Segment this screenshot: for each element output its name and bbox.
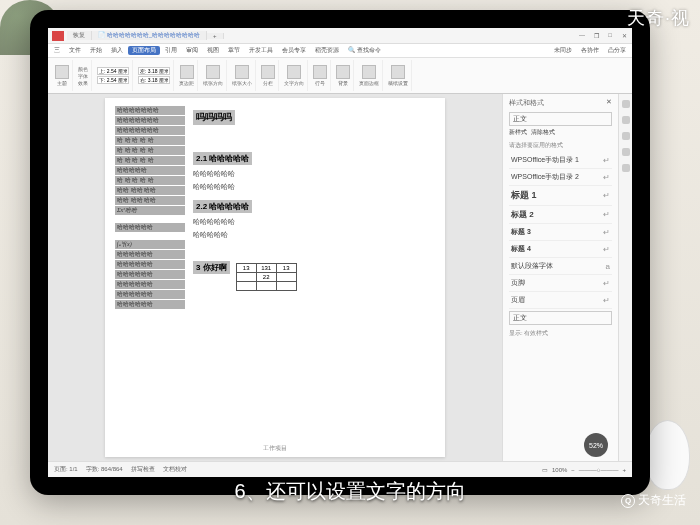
- menu-page-layout[interactable]: 页面布局: [128, 46, 160, 55]
- floating-zoom-badge[interactable]: 52%: [584, 433, 608, 457]
- menu-collab[interactable]: 各协作: [577, 46, 603, 55]
- desk-mouse: [645, 420, 690, 490]
- menu-file[interactable]: 文件: [65, 46, 85, 55]
- ribbon-direction[interactable]: 文字方向: [281, 60, 308, 91]
- rail-select-icon[interactable]: [622, 116, 630, 124]
- monitor-frame: 恢复 📄 哈哈哈哈哈哈哈_哈哈哈哈哈哈哈哈 + — ❐ □ ✕ 三 文件 开始 …: [30, 10, 650, 495]
- style-item[interactable]: 标题 1↵: [509, 186, 612, 206]
- panel-close-button[interactable]: ✕: [606, 98, 612, 108]
- ribbon-fonts[interactable]: 字体: [78, 73, 88, 79]
- rail-backup-icon[interactable]: [622, 164, 630, 172]
- screen: 恢复 📄 哈哈哈哈哈哈哈_哈哈哈哈哈哈哈哈 + — ❐ □ ✕ 三 文件 开始 …: [48, 28, 632, 477]
- page-area[interactable]: 哈哈哈哈哈哈哈 哈哈哈哈哈哈哈 哈哈哈哈哈哈哈 哈 哈 哈 哈 哈 哈 哈 哈 …: [48, 94, 502, 461]
- doc-heading-3: 3 你好啊: [193, 261, 230, 274]
- rail-props-icon[interactable]: [622, 148, 630, 156]
- style-item[interactable]: WPSOffice手动目录 2↵: [509, 169, 612, 186]
- clear-format-button[interactable]: 清除格式: [531, 128, 555, 137]
- apply-icon: ↵: [603, 156, 610, 165]
- margin-left-input[interactable]: [138, 67, 170, 75]
- doc-left-column: 哈哈哈哈哈哈哈 哈哈哈哈哈哈哈 哈哈哈哈哈哈哈 哈 哈 哈 哈 哈 哈 哈 哈 …: [115, 106, 185, 453]
- zoom-slider[interactable]: ———○———: [579, 467, 619, 473]
- rail-nav-icon[interactable]: [622, 132, 630, 140]
- menu-share[interactable]: 凸分享: [604, 46, 630, 55]
- style-body-dropdown[interactable]: 正文: [509, 311, 612, 325]
- style-item[interactable]: 标题 2↵: [509, 206, 612, 224]
- ribbon-border[interactable]: 页面边框: [356, 60, 383, 91]
- menu-member[interactable]: 会员专享: [278, 46, 310, 55]
- ribbon-margins[interactable]: 页边距: [176, 60, 198, 91]
- ribbon-theme[interactable]: 主题: [52, 60, 73, 91]
- style-item[interactable]: 标题 4↵: [509, 241, 612, 258]
- style-item[interactable]: WPSOffice手动目录 1↵: [509, 152, 612, 169]
- style-item[interactable]: 默认段落字体a: [509, 258, 612, 275]
- margins-icon: [180, 65, 194, 79]
- win-max-button[interactable]: □: [606, 32, 614, 39]
- ribbon-watermark[interactable]: 稿纸设置: [385, 60, 412, 91]
- menu-review[interactable]: 审阅: [182, 46, 202, 55]
- ribbon-orientation[interactable]: 纸张方向: [200, 60, 227, 91]
- margin-right-input[interactable]: [138, 76, 170, 84]
- style-item[interactable]: 标题 3↵: [509, 224, 612, 241]
- style-item[interactable]: 页脚↵: [509, 275, 612, 292]
- style-item[interactable]: 页眉↵: [509, 292, 612, 309]
- win-min-button[interactable]: —: [578, 32, 586, 39]
- document-page: 哈哈哈哈哈哈哈 哈哈哈哈哈哈哈 哈哈哈哈哈哈哈 哈 哈 哈 哈 哈 哈 哈 哈 …: [105, 98, 445, 457]
- menu-hamburger[interactable]: 三: [50, 46, 64, 55]
- menu-resources[interactable]: 稻壳资源: [311, 46, 343, 55]
- status-words[interactable]: 字数: 864/864: [86, 465, 123, 474]
- new-style-button[interactable]: 新样式: [509, 128, 527, 137]
- ribbon-columns[interactable]: 分栏: [258, 60, 279, 91]
- ribbon: 主题 颜色字体效果 页边距 纸张方向 纸张大小 分栏 文字方向 行号 背景 页面…: [48, 58, 632, 94]
- watermark-bottom: Q 天奇生活: [621, 492, 686, 509]
- statusbar: 页面: 1/1 字数: 864/864 拼写检查 文档校对 ▭ 100% − —…: [48, 461, 632, 477]
- tab-recovery[interactable]: 恢复: [67, 31, 92, 40]
- bg-icon: [336, 65, 350, 79]
- orientation-icon: [206, 65, 220, 79]
- border-icon: [362, 65, 376, 79]
- menu-chapter[interactable]: 章节: [224, 46, 244, 55]
- watermark-icon: [391, 65, 405, 79]
- doc-heading-0: 吗吗吗吗: [193, 110, 235, 125]
- columns-icon: [261, 65, 275, 79]
- ribbon-linenum[interactable]: 行号: [310, 60, 331, 91]
- zoom-in-button[interactable]: +: [622, 467, 626, 473]
- ribbon-colors[interactable]: 颜色: [78, 66, 88, 72]
- direction-icon: [287, 65, 301, 79]
- wps-logo-icon: [52, 31, 64, 41]
- menu-sync[interactable]: 未同步: [550, 46, 576, 55]
- theme-icon: [55, 65, 69, 79]
- menu-view[interactable]: 视图: [203, 46, 223, 55]
- menu-start[interactable]: 开始: [86, 46, 106, 55]
- current-style-dropdown[interactable]: 正文: [509, 112, 612, 126]
- tab-document[interactable]: 📄 哈哈哈哈哈哈哈_哈哈哈哈哈哈哈哈: [92, 31, 207, 40]
- formula-line: ∫ₐᵇf(x): [115, 240, 185, 249]
- tutorial-caption: 6、还可以设置文字的方向: [234, 478, 465, 505]
- rail-styles-icon[interactable]: [622, 100, 630, 108]
- menu-devtools[interactable]: 开发工具: [245, 46, 277, 55]
- margin-bottom-input[interactable]: [97, 76, 129, 84]
- zoom-value[interactable]: 100%: [552, 467, 567, 473]
- status-sync[interactable]: 文档校对: [163, 465, 187, 474]
- ribbon-size[interactable]: 纸张大小: [229, 60, 256, 91]
- zoom-out-button[interactable]: −: [571, 467, 575, 473]
- doc-footer: 工作项目: [263, 444, 287, 453]
- win-restore-button[interactable]: ❐: [592, 32, 600, 39]
- placeholder-line: 哈哈哈哈哈哈哈: [115, 106, 185, 115]
- right-rail: [618, 94, 632, 461]
- margin-top-input[interactable]: [97, 67, 129, 75]
- watermark-logo-icon: Q: [621, 494, 635, 508]
- status-spell[interactable]: 拼写检查: [131, 465, 155, 474]
- menu-insert[interactable]: 插入: [107, 46, 127, 55]
- ribbon-effects[interactable]: 效果: [78, 80, 88, 86]
- status-page[interactable]: 页面: 1/1: [54, 465, 78, 474]
- doc-right-column: 吗吗吗吗 2.1 哈哈哈哈哈 哈哈哈哈哈哈 哈哈哈哈哈哈 2.2 哈哈哈哈哈 哈…: [193, 106, 435, 453]
- win-close-button[interactable]: ✕: [620, 32, 628, 39]
- tab-new[interactable]: +: [207, 33, 224, 39]
- panel-section-label: 请选择要应用的格式: [509, 141, 612, 150]
- ribbon-bg[interactable]: 背景: [333, 60, 354, 91]
- menu-references[interactable]: 引用: [161, 46, 181, 55]
- doc-table[interactable]: 1313113 22: [236, 263, 297, 291]
- view-mode-icon[interactable]: ▭: [542, 466, 548, 473]
- panel-show-label: 显示: 有效样式: [509, 329, 612, 338]
- menu-search[interactable]: 🔍 查找命令: [344, 46, 385, 55]
